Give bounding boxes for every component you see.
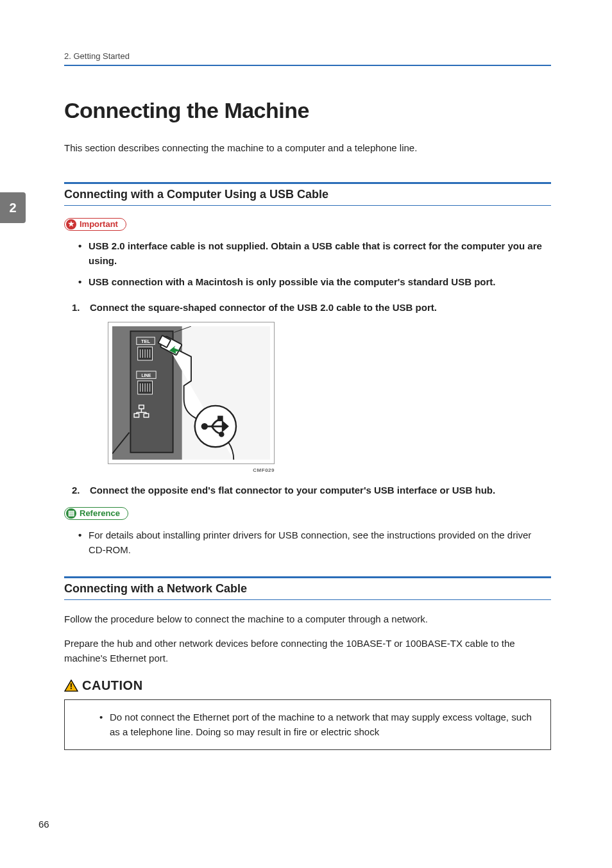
section-heading-network: Connecting with a Network Cable: [64, 576, 551, 600]
svg-point-32: [219, 432, 223, 436]
list-item: USB 2.0 interface cable is not supplied.…: [89, 238, 551, 269]
caution-box: Do not connect the Ethernet port of the …: [64, 699, 551, 750]
section-heading-usb: Connecting with a Computer Using a USB C…: [64, 182, 551, 206]
step-text: Connect the opposite end's flat connecto…: [90, 485, 495, 496]
figure-code: CMF029: [108, 467, 275, 474]
doc-icon: ▤: [66, 508, 76, 519]
steps-list: Connect the square-shaped connector of t…: [64, 301, 551, 497]
step-item: Connect the opposite end's flat connecto…: [72, 483, 551, 498]
svg-rect-31: [219, 417, 223, 421]
svg-text:LINE: LINE: [141, 372, 151, 377]
caution-label-text: CAUTION: [82, 678, 143, 693]
reference-badge: ▤ Reference: [64, 507, 128, 520]
reference-list: For details about installing printer dri…: [64, 528, 551, 558]
svg-text:TEL: TEL: [141, 338, 151, 344]
caution-item: Do not connect the Ethernet port of the …: [110, 710, 538, 739]
step-item: Connect the square-shaped connector of t…: [72, 301, 551, 474]
page-content: 2. Getting Started Connecting the Machin…: [0, 0, 612, 750]
intro-paragraph: This section describes connecting the ma…: [64, 142, 551, 153]
network-para-2: Prepare the hub and other network device…: [64, 636, 551, 666]
warning-triangle-icon: !: [64, 680, 78, 692]
important-badge: ★ Important: [64, 218, 126, 231]
chapter-tab: 2: [0, 192, 26, 223]
star-icon: ★: [66, 219, 76, 230]
usb-port-illustration: TEL LINE: [112, 326, 270, 460]
page-title: Connecting the Machine: [64, 98, 551, 123]
step-text: Connect the square-shaped connector of t…: [90, 302, 437, 313]
figure-usb-port: TEL LINE: [108, 322, 275, 464]
reference-label: Reference: [80, 508, 120, 518]
page-number: 66: [38, 819, 49, 830]
important-list: USB 2.0 interface cable is not supplied.…: [64, 238, 551, 290]
breadcrumb: 2. Getting Started: [64, 51, 551, 66]
list-item: USB connection with a Macintosh is only …: [89, 274, 551, 289]
caution-heading: ! CAUTION: [64, 678, 143, 693]
list-item: For details about installing printer dri…: [89, 528, 551, 558]
network-para-1: Follow the procedure below to connect th…: [64, 612, 551, 626]
svg-text:!: !: [70, 681, 72, 691]
important-label: Important: [80, 219, 118, 229]
